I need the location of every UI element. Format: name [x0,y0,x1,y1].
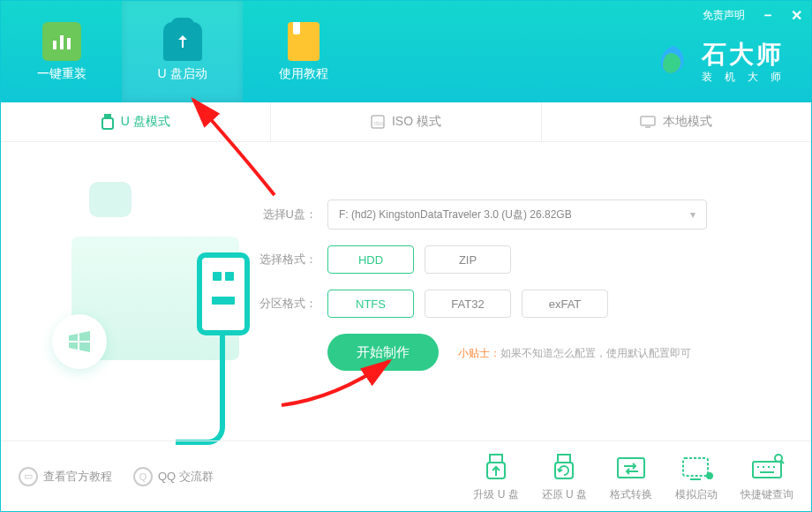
partition-label: 分区格式： [257,296,317,312]
svg-marker-3 [178,35,187,48]
mode-tab-local[interactable]: 本地模式 [542,102,811,141]
footer-link-label: 查看官方教程 [43,469,112,485]
action-label: 还原 U 盘 [542,487,587,502]
action-upgrade-usb[interactable]: 升级 U 盘 [473,451,518,502]
disclaimer-link[interactable]: 免责声明 [703,8,745,23]
udisk-select[interactable]: F: (hd2) KingstonDataTraveler 3.0 (U盘) 2… [327,200,707,230]
svg-marker-12 [69,343,78,350]
partition-option-exfat[interactable]: exFAT [522,290,608,318]
chevron-down-icon: ▾ [690,208,695,221]
monitor-play-icon [678,451,715,483]
format-option-hdd[interactable]: HDD [327,245,414,274]
logo-subtitle: 装机大师 [702,70,793,85]
svg-point-28 [775,455,782,462]
footer-link-label: QQ 交流群 [158,469,214,485]
header-tab-reinstall[interactable]: 一键重装 [1,1,122,102]
usb-shield-icon [163,22,202,61]
mode-tab-usb[interactable]: U 盘模式 [1,102,271,141]
header-tabs: 一键重装 U 盘启动 使用教程 [1,1,364,102]
udisk-select-value: F: (hd2) KingstonDataTraveler 3.0 (U盘) 2… [339,207,572,222]
svg-rect-18 [618,458,644,478]
mode-bar: U 盘模式 ISO ISO 模式 本地模式 [1,102,811,142]
svg-rect-19 [683,458,708,476]
svg-rect-1 [60,35,64,49]
close-button[interactable]: ✕ [791,7,802,24]
action-format-convert[interactable]: 格式转换 [610,451,652,502]
action-label: 模拟启动 [675,487,718,502]
action-simulate-boot[interactable]: 模拟启动 [675,451,718,502]
svg-marker-11 [79,331,90,341]
usb-refresh-icon [545,451,583,483]
partition-option-ntfs[interactable]: NTFS [327,290,414,318]
iso-icon: ISO [371,115,385,129]
header-tab-label: 一键重装 [37,66,86,82]
illustration [27,164,257,416]
svg-rect-8 [641,117,655,125]
logo-title: 石大师 [702,38,793,72]
qq-icon: Q [133,467,153,486]
usb-up-icon [477,451,515,483]
select-udisk-label: 选择U盘： [257,207,317,222]
action-label: 升级 U 盘 [473,487,518,502]
main-content: 选择U盘： F: (hd2) KingstonDataTraveler 3.0 … [1,142,811,425]
mode-tab-label: 本地模式 [663,114,712,130]
action-label: 快捷键查询 [741,487,793,502]
header-tab-usb-boot[interactable]: U 盘启动 [122,1,243,102]
action-label: 格式转换 [610,487,652,502]
app-logo: 石大师 装机大师 [654,38,793,85]
action-restore-usb[interactable]: 还原 U 盘 [542,451,587,502]
action-hotkey-lookup[interactable]: 快捷键查询 [741,451,793,502]
mode-tab-iso[interactable]: ISO ISO 模式 [271,102,541,141]
start-button[interactable]: 开始制作 [327,334,439,371]
tip-label: 小贴士： [458,347,500,359]
header-tab-label: 使用教程 [279,66,328,82]
svg-rect-17 [555,463,573,478]
official-tutorial-link[interactable]: ▭ 查看官方教程 [19,467,112,486]
partition-option-fat32[interactable]: FAT32 [425,290,511,318]
windows-icon [52,314,107,369]
footer: ▭ 查看官方教程 Q QQ 交流群 升级 U 盘 还原 U 盘 格式转换 模拟启… [1,440,811,511]
svg-rect-16 [558,455,570,463]
window-controls: 免责声明 － ✕ [703,6,802,25]
svg-rect-14 [490,455,502,463]
svg-rect-0 [53,41,56,49]
format-option-zip[interactable]: ZIP [425,245,511,274]
monitor-icon [640,116,656,128]
bar-chart-icon [42,22,81,61]
format-label: 选择格式： [257,252,317,267]
app-header: 一键重装 U 盘启动 使用教程 免责声明 － ✕ 石大师 装机大师 [1,1,811,102]
logo-icon [654,42,693,81]
svg-marker-13 [79,343,90,352]
svg-rect-2 [67,38,71,49]
svg-rect-5 [102,118,113,129]
header-tab-label: U 盘启动 [158,66,207,82]
book-open-icon: ▭ [19,467,38,486]
config-form: 选择U盘： F: (hd2) KingstonDataTraveler 3.0 … [257,164,785,416]
keyboard-icon [748,451,786,483]
svg-text:ISO: ISO [374,121,384,126]
header-tab-tutorial[interactable]: 使用教程 [243,1,364,102]
tip-text: 如果不知道怎么配置，使用默认配置即可 [500,347,691,359]
qq-group-link[interactable]: Q QQ 交流群 [133,467,214,486]
usb-icon [102,114,114,130]
svg-marker-10 [69,334,78,341]
minimize-button[interactable]: － [761,6,775,25]
book-icon [288,22,320,61]
mode-tab-label: ISO 模式 [392,114,441,130]
convert-icon [613,451,650,483]
svg-point-20 [706,472,713,479]
svg-rect-22 [753,462,781,478]
mode-tab-label: U 盘模式 [121,114,170,130]
